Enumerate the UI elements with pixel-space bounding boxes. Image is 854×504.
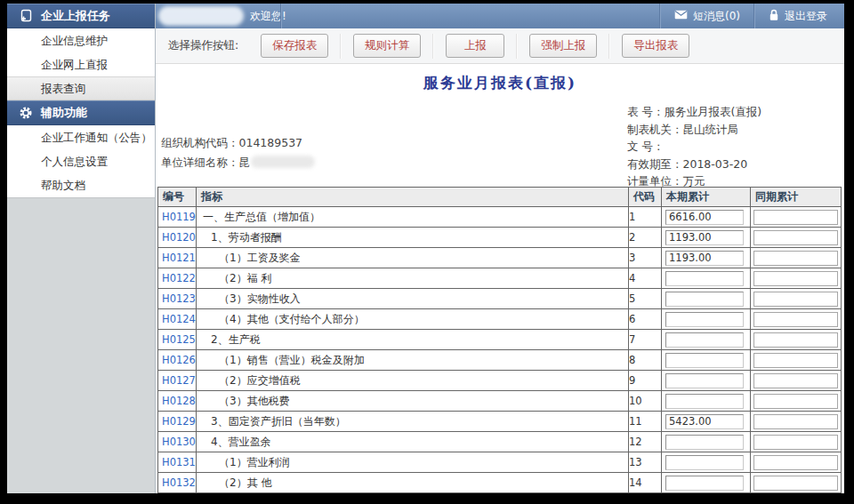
prior-period-input[interactable] [753, 332, 838, 348]
row-indicator-label: （2）应交增值税 [197, 371, 629, 391]
row-indicator-label: （4）其他（支付给个人部分） [197, 309, 629, 330]
current-period-input[interactable] [665, 210, 744, 225]
messages-label: 短消息(0) [693, 9, 740, 24]
header-prior-period: 同期累计 [751, 188, 842, 207]
prior-period-input[interactable] [753, 435, 838, 450]
row-code-link[interactable]: H0127 [158, 374, 196, 387]
submit-button[interactable]: 上报 [446, 34, 504, 58]
save-report-button[interactable]: 保存报表 [261, 34, 328, 58]
current-period-input[interactable] [665, 394, 744, 409]
unit-name-redacted-blur [251, 156, 315, 168]
toolbar: 选择操作按钮: 保存报表 规则计算 上报 强制上报 导出报表 [156, 28, 844, 64]
current-period-input[interactable] [665, 230, 744, 245]
table-row: H0130 4、营业盈余 12 [158, 432, 842, 452]
logout-button[interactable]: 退出登录 [755, 4, 841, 28]
header-current-period: 本期累计 [662, 188, 751, 207]
current-period-input[interactable] [665, 476, 744, 491]
table-row: H0126 （1）销售（营业）税金及附加 8 [158, 350, 842, 371]
prior-period-input[interactable] [753, 414, 838, 429]
lock-icon [769, 9, 779, 24]
prior-period-input[interactable] [753, 353, 838, 368]
row-seq: 2 [629, 228, 662, 248]
prior-period-input[interactable] [753, 251, 838, 266]
row-code-link[interactable]: H0124 [158, 313, 196, 325]
row-indicator-label: 一、生产总值（增加值） [197, 207, 629, 228]
prior-period-input[interactable] [753, 230, 838, 245]
row-seq: 8 [629, 350, 662, 371]
row-code-link[interactable]: H0131 [158, 456, 196, 468]
toolbar-divider [516, 34, 518, 59]
sidebar-section-reporting-tasks[interactable]: 企业上报任务 [7, 4, 155, 28]
prior-period-input[interactable] [753, 292, 838, 307]
topbar-divider [280, 4, 282, 28]
sidebar-item-report-query[interactable]: 报表查询 [7, 76, 155, 100]
sidebar-section-auxiliary[interactable]: 辅助功能 [7, 100, 155, 125]
report-plus-icon [19, 9, 33, 23]
export-report-button[interactable]: 导出报表 [622, 34, 689, 58]
table-row: H0122 （2）福 利 4 [158, 268, 842, 289]
current-period-input[interactable] [665, 373, 744, 388]
row-seq: 14 [629, 473, 662, 493]
table-row: H0127 （2）应交增值税 9 [158, 371, 842, 391]
prior-period-input[interactable] [753, 210, 838, 225]
prior-period-input[interactable] [753, 476, 838, 491]
sidebar-item-help-docs[interactable]: 帮助文档 [7, 173, 155, 197]
current-period-input[interactable] [665, 312, 744, 327]
row-indicator-label: （1）工资及奖金 [197, 248, 629, 268]
prior-period-input[interactable] [753, 394, 838, 409]
sidebar-item-personal-settings[interactable]: 个人信息设置 [7, 149, 155, 173]
report-meta-right: 表 号：服务业月报表(直报) 制表机关：昆山统计局 文 号： 有效期至：2018… [627, 103, 761, 190]
current-period-input[interactable] [665, 414, 744, 429]
sidebar-filler [7, 197, 155, 493]
current-period-input[interactable] [665, 251, 744, 266]
row-code-link[interactable]: H0123 [158, 292, 196, 305]
force-submit-button[interactable]: 强制上报 [529, 34, 597, 58]
row-code-link[interactable]: H0129 [158, 415, 196, 428]
current-period-input[interactable] [665, 353, 744, 368]
header-indicator: 指标 [197, 188, 629, 207]
current-period-input[interactable] [665, 435, 744, 450]
row-seq: 4 [629, 268, 662, 289]
prior-period-input[interactable] [753, 312, 838, 327]
gear-icon [19, 106, 33, 120]
current-period-input[interactable] [665, 271, 744, 286]
sidebar-item-online-reporting[interactable]: 企业网上直报 [7, 52, 155, 76]
org-code-line: 组织机构代码：014189537 [161, 133, 315, 153]
current-period-input[interactable] [665, 332, 744, 348]
unit-name-visible: 昆 [239, 156, 251, 169]
current-period-input[interactable] [665, 455, 744, 470]
meta-valid-until: 有效期至：2018-03-20 [627, 156, 761, 173]
toolbar-divider [608, 34, 610, 59]
toolbar-divider [432, 34, 434, 59]
toolbar-label: 选择操作按钮: [168, 38, 238, 53]
prior-period-input[interactable] [753, 373, 838, 388]
row-code-link[interactable]: H0126 [158, 354, 196, 366]
sidebar-section-title: 辅助功能 [41, 105, 87, 121]
row-code-link[interactable]: H0121 [158, 252, 196, 264]
sidebar-item-work-notice[interactable]: 企业工作通知（公告） [7, 125, 155, 149]
row-indicator-label: 1、劳动者报酬 [197, 228, 629, 248]
row-code-link[interactable]: H0120 [158, 231, 196, 244]
current-period-input[interactable] [665, 292, 744, 307]
row-indicator-label: （2）其 他 [197, 473, 629, 493]
messages-button[interactable]: 短消息(0) [661, 4, 753, 28]
org-code-value: 014189537 [239, 136, 303, 149]
row-seq: 13 [629, 452, 662, 473]
table-row: H0119 一、生产总值（增加值） 1 [158, 207, 842, 228]
rule-calc-button[interactable]: 规则计算 [353, 34, 421, 58]
table-header-row: 编号 指标 代码 本期累计 同期累计 [158, 188, 842, 207]
prior-period-input[interactable] [753, 455, 838, 470]
row-code-link[interactable]: H0125 [158, 333, 196, 346]
sidebar-item-enterprise-info[interactable]: 企业信息维护 [7, 28, 155, 52]
row-code-link[interactable]: H0128 [158, 395, 196, 407]
row-code-link[interactable]: H0130 [158, 436, 196, 448]
prior-period-input[interactable] [753, 271, 838, 286]
row-indicator-label: 3、固定资产折旧（当年数） [197, 412, 629, 432]
username-redacted-blur [158, 6, 244, 26]
meta-form-number: 表 号：服务业月报表(直报) [627, 103, 761, 121]
envelope-icon [674, 10, 688, 22]
page-title: 服务业月报表(直报) [156, 73, 844, 93]
row-code-link[interactable]: H0132 [158, 476, 196, 489]
row-code-link[interactable]: H0119 [158, 211, 196, 223]
row-code-link[interactable]: H0122 [158, 272, 196, 284]
